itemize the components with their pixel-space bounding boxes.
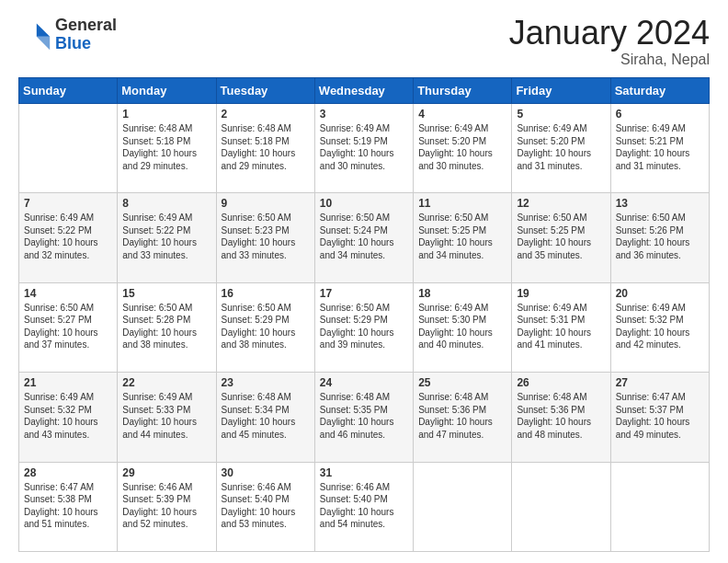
day-info: Sunrise: 6:49 AMSunset: 5:22 PMDaylight:…	[122, 212, 210, 261]
day-number: 9	[222, 197, 310, 210]
calendar-day-header: Saturday	[610, 78, 709, 104]
day-info: Sunrise: 6:47 AMSunset: 5:37 PMDaylight:…	[616, 391, 704, 441]
calendar-cell: 4Sunrise: 6:49 AMSunset: 5:20 PMDaylight…	[414, 104, 512, 193]
calendar-day-header: Sunday	[19, 78, 118, 104]
calendar-cell: 28Sunrise: 6:47 AMSunset: 5:38 PMDayligh…	[19, 462, 118, 551]
day-number: 8	[122, 197, 210, 210]
calendar-cell: 25Sunrise: 6:48 AMSunset: 5:36 PMDayligh…	[414, 373, 512, 462]
calendar-cell	[414, 462, 512, 551]
day-number: 27	[616, 376, 704, 389]
logo-icon	[18, 18, 51, 52]
day-number: 3	[320, 108, 408, 121]
calendar-cell	[19, 104, 118, 193]
day-info: Sunrise: 6:50 AMSunset: 5:26 PMDaylight:…	[616, 212, 704, 261]
calendar-day-header: Friday	[512, 78, 610, 104]
day-number: 29	[122, 466, 210, 479]
calendar-cell: 7Sunrise: 6:49 AMSunset: 5:22 PMDaylight…	[19, 193, 118, 282]
day-info: Sunrise: 6:49 AMSunset: 5:22 PMDaylight:…	[24, 212, 112, 261]
svg-marker-0	[37, 23, 50, 36]
calendar-cell: 13Sunrise: 6:50 AMSunset: 5:26 PMDayligh…	[610, 193, 709, 282]
day-info: Sunrise: 6:49 AMSunset: 5:30 PMDaylight:…	[418, 302, 506, 351]
day-number: 7	[24, 197, 112, 210]
day-number: 24	[320, 376, 408, 389]
day-info: Sunrise: 6:46 AMSunset: 5:39 PMDaylight:…	[122, 481, 210, 531]
day-number: 18	[418, 287, 506, 300]
day-number: 15	[122, 287, 210, 300]
day-number: 14	[24, 287, 112, 300]
day-info: Sunrise: 6:49 AMSunset: 5:33 PMDaylight:…	[122, 391, 210, 441]
day-number: 28	[24, 466, 112, 479]
header: General Blue January 2024 Siraha, Nepal	[18, 17, 710, 68]
calendar-day-header: Monday	[118, 78, 216, 104]
day-info: Sunrise: 6:48 AMSunset: 5:34 PMDaylight:…	[222, 391, 310, 441]
day-number: 23	[222, 376, 310, 389]
calendar-cell: 31Sunrise: 6:46 AMSunset: 5:40 PMDayligh…	[314, 462, 413, 551]
calendar-cell: 5Sunrise: 6:49 AMSunset: 5:20 PMDaylight…	[512, 104, 610, 193]
calendar-cell: 24Sunrise: 6:48 AMSunset: 5:35 PMDayligh…	[314, 373, 413, 462]
calendar-cell: 22Sunrise: 6:49 AMSunset: 5:33 PMDayligh…	[118, 373, 216, 462]
day-number: 31	[320, 466, 408, 479]
day-info: Sunrise: 6:49 AMSunset: 5:21 PMDaylight:…	[616, 122, 704, 172]
day-info: Sunrise: 6:46 AMSunset: 5:40 PMDaylight:…	[222, 481, 310, 531]
day-info: Sunrise: 6:50 AMSunset: 5:29 PMDaylight:…	[222, 302, 310, 351]
calendar-cell	[610, 462, 709, 551]
day-info: Sunrise: 6:49 AMSunset: 5:32 PMDaylight:…	[616, 302, 704, 351]
day-number: 11	[418, 197, 506, 210]
day-info: Sunrise: 6:50 AMSunset: 5:28 PMDaylight:…	[122, 302, 210, 351]
day-info: Sunrise: 6:49 AMSunset: 5:32 PMDaylight:…	[24, 391, 112, 441]
calendar-cell: 27Sunrise: 6:47 AMSunset: 5:37 PMDayligh…	[610, 373, 709, 462]
calendar-cell: 19Sunrise: 6:49 AMSunset: 5:31 PMDayligh…	[512, 282, 610, 372]
calendar-week-row: 7Sunrise: 6:49 AMSunset: 5:22 PMDaylight…	[19, 193, 710, 282]
day-number: 20	[616, 287, 704, 300]
calendar-cell: 30Sunrise: 6:46 AMSunset: 5:40 PMDayligh…	[216, 462, 314, 551]
calendar-cell: 2Sunrise: 6:48 AMSunset: 5:18 PMDaylight…	[216, 104, 314, 193]
day-info: Sunrise: 6:48 AMSunset: 5:35 PMDaylight:…	[320, 391, 408, 441]
day-info: Sunrise: 6:50 AMSunset: 5:24 PMDaylight:…	[320, 212, 408, 261]
calendar-cell: 21Sunrise: 6:49 AMSunset: 5:32 PMDayligh…	[19, 373, 118, 462]
calendar-cell	[512, 462, 610, 551]
calendar-header-row: SundayMondayTuesdayWednesdayThursdayFrid…	[19, 78, 710, 104]
calendar-week-row: 14Sunrise: 6:50 AMSunset: 5:27 PMDayligh…	[19, 282, 710, 372]
day-number: 17	[320, 287, 408, 300]
day-number: 5	[517, 108, 605, 121]
day-number: 2	[222, 108, 310, 121]
day-info: Sunrise: 6:50 AMSunset: 5:25 PMDaylight:…	[517, 212, 605, 261]
logo-text: General Blue	[55, 17, 117, 53]
day-number: 4	[418, 108, 506, 121]
day-number: 21	[24, 376, 112, 389]
calendar-cell: 6Sunrise: 6:49 AMSunset: 5:21 PMDaylight…	[610, 104, 709, 193]
calendar-week-row: 28Sunrise: 6:47 AMSunset: 5:38 PMDayligh…	[19, 462, 710, 551]
title-block: January 2024 Siraha, Nepal	[509, 17, 710, 68]
calendar-cell: 10Sunrise: 6:50 AMSunset: 5:24 PMDayligh…	[314, 193, 413, 282]
day-number: 6	[616, 108, 704, 121]
day-info: Sunrise: 6:50 AMSunset: 5:23 PMDaylight:…	[222, 212, 310, 261]
logo: General Blue	[18, 17, 117, 53]
day-info: Sunrise: 6:50 AMSunset: 5:25 PMDaylight:…	[418, 212, 506, 261]
day-number: 13	[616, 197, 704, 210]
calendar-cell: 8Sunrise: 6:49 AMSunset: 5:22 PMDaylight…	[118, 193, 216, 282]
calendar-week-row: 1Sunrise: 6:48 AMSunset: 5:18 PMDaylight…	[19, 104, 710, 193]
day-info: Sunrise: 6:49 AMSunset: 5:20 PMDaylight:…	[517, 122, 605, 172]
day-number: 30	[222, 466, 310, 479]
day-info: Sunrise: 6:48 AMSunset: 5:36 PMDaylight:…	[418, 391, 506, 441]
calendar-cell: 23Sunrise: 6:48 AMSunset: 5:34 PMDayligh…	[216, 373, 314, 462]
calendar-cell: 3Sunrise: 6:49 AMSunset: 5:19 PMDaylight…	[314, 104, 413, 193]
location: Siraha, Nepal	[509, 52, 710, 68]
day-number: 22	[122, 376, 210, 389]
day-number: 12	[517, 197, 605, 210]
day-number: 10	[320, 197, 408, 210]
month-title: January 2024	[509, 17, 710, 50]
day-info: Sunrise: 6:48 AMSunset: 5:18 PMDaylight:…	[122, 122, 210, 172]
calendar-cell: 15Sunrise: 6:50 AMSunset: 5:28 PMDayligh…	[118, 282, 216, 372]
day-info: Sunrise: 6:46 AMSunset: 5:40 PMDaylight:…	[320, 481, 408, 531]
logo-blue-text: Blue	[55, 34, 91, 52]
page: General Blue January 2024 Siraha, Nepal …	[0, 0, 728, 563]
calendar-day-header: Wednesday	[314, 78, 413, 104]
calendar-cell: 18Sunrise: 6:49 AMSunset: 5:30 PMDayligh…	[414, 282, 512, 372]
day-info: Sunrise: 6:48 AMSunset: 5:36 PMDaylight:…	[517, 391, 605, 441]
day-info: Sunrise: 6:47 AMSunset: 5:38 PMDaylight:…	[24, 481, 112, 531]
calendar-week-row: 21Sunrise: 6:49 AMSunset: 5:32 PMDayligh…	[19, 373, 710, 462]
svg-marker-1	[37, 37, 50, 50]
day-number: 1	[122, 108, 210, 121]
calendar-cell: 20Sunrise: 6:49 AMSunset: 5:32 PMDayligh…	[610, 282, 709, 372]
